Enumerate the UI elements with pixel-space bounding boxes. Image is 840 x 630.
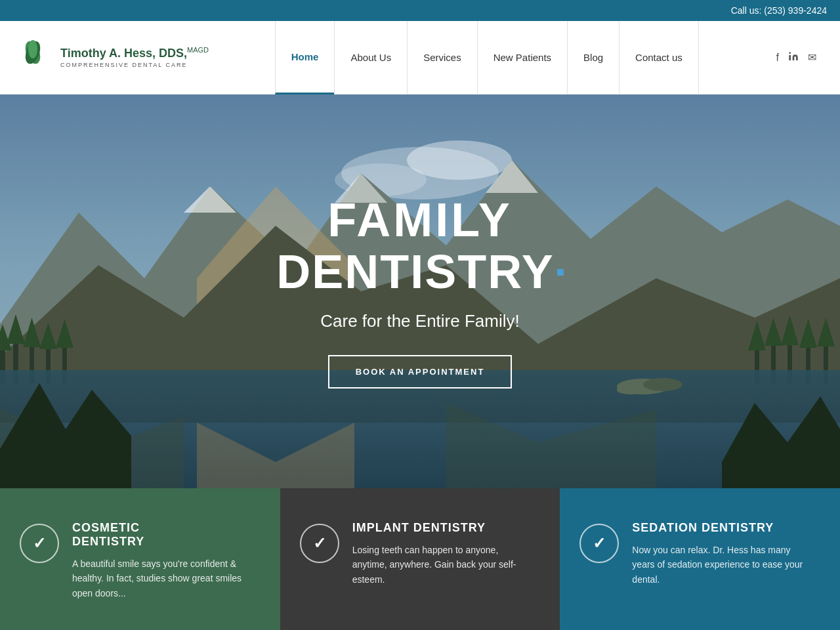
book-appointment-button[interactable]: BOOK AN APPOINTMENT <box>328 355 513 388</box>
svg-point-3 <box>789 52 791 54</box>
sedation-check-icon: ✓ <box>579 524 619 563</box>
nav-about[interactable]: About Us <box>334 21 408 94</box>
hero-section: FAMILY DENTISTRY Care for the Entire Fam… <box>0 94 840 488</box>
implant-desc: Losing teeth can happen to anyone, anyti… <box>352 543 534 587</box>
logo-text: Timothy A. Hess, DDS,MAGD COMPREHENSIVE … <box>60 45 209 69</box>
hero-title-family: FAMILY <box>327 194 512 246</box>
service-card-implant: ✓ IMPLANT DENTISTRY Losing teeth can hap… <box>280 488 560 630</box>
cosmetic-desc: A beautiful smile says you're confident … <box>72 556 254 600</box>
logo-area: Timothy A. Hess, DDS,MAGD COMPREHENSIVE … <box>13 39 209 75</box>
phone-number: Call us: (253) 939-2424 <box>731 5 827 16</box>
top-bar: Call us: (253) 939-2424 <box>0 0 840 21</box>
svg-point-2 <box>28 40 37 58</box>
nav-new-patients[interactable]: New Patients <box>477 21 568 94</box>
facebook-icon[interactable]: f <box>776 52 779 64</box>
accent-dot <box>557 269 564 276</box>
logo-name: Timothy A. Hess, DDS,MAGD <box>60 45 209 61</box>
cosmetic-check-icon: ✓ <box>20 524 59 563</box>
nav-blog[interactable]: Blog <box>567 21 620 94</box>
logo-icon <box>13 39 52 75</box>
logo-tagline: COMPREHENSIVE DENTAL CARE <box>60 62 209 70</box>
social-icons: f ✉ <box>766 51 827 64</box>
linkedin-icon[interactable] <box>788 51 799 64</box>
hero-title-dentistry: DENTISTRY <box>276 246 554 298</box>
services-section: ✓ COSMETICDENTISTRY A beautiful smile sa… <box>0 488 840 630</box>
implant-check-icon: ✓ <box>300 524 339 563</box>
service-card-cosmetic: ✓ COSMETICDENTISTRY A beautiful smile sa… <box>0 488 280 630</box>
sedation-desc: Now you can relax. Dr. Hess has many yea… <box>632 543 814 587</box>
email-icon[interactable]: ✉ <box>808 51 816 64</box>
header: Timothy A. Hess, DDS,MAGD COMPREHENSIVE … <box>0 21 840 94</box>
hero-overlay: FAMILY DENTISTRY Care for the Entire Fam… <box>0 94 840 488</box>
sedation-title: SEDATION DENTISTRY <box>632 521 814 535</box>
main-nav: Home About Us Services New Patients Blog… <box>276 21 699 94</box>
cosmetic-title: COSMETICDENTISTRY <box>72 521 254 549</box>
hero-tagline: Care for the Entire Family! <box>320 311 519 331</box>
implant-title: IMPLANT DENTISTRY <box>352 521 534 535</box>
nav-contact[interactable]: Contact us <box>619 21 699 94</box>
nav-home[interactable]: Home <box>275 21 335 94</box>
service-card-sedation: ✓ SEDATION DENTISTRY Now you can relax. … <box>560 488 840 630</box>
nav-services[interactable]: Services <box>407 21 478 94</box>
